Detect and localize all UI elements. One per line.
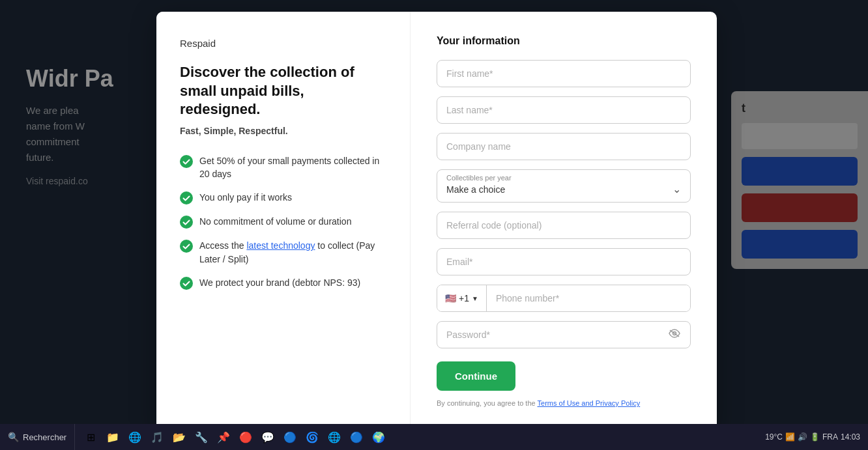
taskbar-start-icon[interactable]: ⊞	[80, 427, 101, 447]
taskbar-pin-icon[interactable]: 📌	[213, 427, 234, 447]
taskbar-system: 19°C 📶 🔊 🔋 FRA 14:03	[757, 424, 868, 450]
terms-text: By continuing, you agree to the Terms of…	[437, 399, 691, 408]
taskbar-lang: FRA	[822, 432, 838, 442]
continue-button[interactable]: Continue	[437, 361, 515, 391]
first-name-group	[437, 60, 691, 87]
company-input[interactable]	[437, 133, 691, 160]
taskbar-battery-icon: 🔋	[810, 432, 820, 442]
svg-point-2	[180, 216, 193, 229]
feature-list: Get 50% of your small payments collected…	[180, 154, 386, 290]
taskbar-icons: ⊞ 📁 🌐 🎵 📂 🔧 📌 🔴 💬 🔵 🌀 🌐 🔵 🌍	[75, 424, 394, 450]
password-toggle-button[interactable]	[666, 326, 683, 343]
svg-point-3	[180, 240, 193, 253]
phone-input[interactable]	[487, 285, 690, 311]
taskbar: 🔍 Rechercher ⊞ 📁 🌐 🎵 📂 🔧 📌 🔴 💬 🔵 🌀 🌐 🔵 🌍…	[0, 424, 868, 450]
svg-point-1	[180, 191, 193, 204]
search-icon: 🔍	[8, 432, 19, 442]
terms-link[interactable]: Terms of Use and Privacy Policy	[538, 399, 641, 407]
email-input[interactable]	[437, 248, 691, 275]
brand-name: Respaid	[180, 38, 386, 49]
feature-text-5: We protect your brand (debtor NPS: 93)	[199, 276, 360, 289]
taskbar-browser-icon[interactable]: 🌍	[368, 427, 389, 447]
taskbar-globe-icon[interactable]: 🌐	[324, 427, 345, 447]
check-icon-3	[180, 216, 193, 229]
svg-point-0	[180, 155, 193, 168]
eye-icon	[669, 329, 680, 338]
taskbar-folder-icon[interactable]: 📁	[102, 427, 123, 447]
phone-code: +1	[459, 293, 469, 303]
first-name-input[interactable]	[437, 60, 691, 87]
check-icon-1	[180, 155, 193, 168]
taskbar-wifi-icon: 📶	[785, 432, 795, 442]
taskbar-temp: 19°C	[765, 432, 783, 442]
password-group	[437, 321, 691, 348]
modal: Respaid Discover the collection of small…	[156, 12, 717, 432]
flag-icon: 🇺🇸	[445, 293, 456, 303]
feature-item-4: Access the latest technology to collect …	[180, 239, 386, 266]
taskbar-chrome-icon[interactable]: 🌐	[124, 427, 145, 447]
password-wrapper	[437, 321, 691, 348]
taskbar-files-icon[interactable]: 📂	[169, 427, 190, 447]
feature-item-5: We protect your brand (debtor NPS: 93)	[180, 276, 386, 290]
collectibles-group: Collectibles per year Make a choice ⌄ Ma…	[437, 169, 691, 203]
feature-text-1: Get 50% of your small payments collected…	[199, 154, 386, 181]
check-icon-4	[180, 240, 193, 253]
tagline: Discover the collection of small unpaid …	[180, 63, 386, 119]
taskbar-sound-icon: 🔊	[798, 432, 807, 442]
taskbar-red-icon[interactable]: 🔴	[235, 427, 256, 447]
phone-group: 🇺🇸 +1 ▼	[437, 285, 691, 312]
feature-item-1: Get 50% of your small payments collected…	[180, 154, 386, 181]
email-group	[437, 248, 691, 275]
check-icon-5	[180, 277, 193, 290]
feature-item-3: No commitment of volume or duration	[180, 215, 386, 229]
password-input[interactable]	[437, 321, 691, 348]
svg-point-4	[180, 277, 193, 290]
phone-flag-section[interactable]: 🇺🇸 +1 ▼	[437, 285, 487, 311]
section-title: Your information	[437, 35, 691, 47]
taskbar-music-icon[interactable]: 🎵	[147, 427, 167, 447]
phone-dropdown-arrow: ▼	[472, 295, 478, 302]
taskbar-tools-icon[interactable]: 🔧	[191, 427, 212, 447]
taskbar-chat-icon[interactable]: 💬	[257, 427, 278, 447]
modal-left-panel: Respaid Discover the collection of small…	[156, 12, 411, 432]
taskbar-blue2-icon[interactable]: 🌀	[302, 427, 323, 447]
check-icon-2	[180, 191, 193, 204]
modal-right-panel: Your information Collectibles per year M…	[411, 12, 717, 432]
last-name-input[interactable]	[437, 96, 691, 124]
feature-text-3: No commitment of volume or duration	[199, 215, 351, 228]
feature-text-2: You only pay if it works	[199, 191, 292, 204]
phone-row: 🇺🇸 +1 ▼	[437, 285, 691, 312]
feature-text-4: Access the latest technology to collect …	[199, 239, 386, 266]
last-name-group	[437, 96, 691, 124]
feature-item-2: You only pay if it works	[180, 191, 386, 204]
company-group	[437, 133, 691, 160]
taskbar-search[interactable]: 🔍 Rechercher	[0, 424, 75, 450]
taskbar-search-text: Rechercher	[23, 432, 66, 442]
referral-group	[437, 212, 691, 239]
subtitle: Fast, Simple, Respectful.	[180, 126, 386, 136]
taskbar-time: 14:03	[841, 432, 860, 442]
collectibles-select-wrapper[interactable]: Collectibles per year Make a choice ⌄ Ma…	[437, 169, 691, 203]
taskbar-blue1-icon[interactable]: 🔵	[280, 427, 300, 447]
taskbar-blue3-icon[interactable]: 🔵	[346, 427, 367, 447]
referral-input[interactable]	[437, 212, 691, 239]
